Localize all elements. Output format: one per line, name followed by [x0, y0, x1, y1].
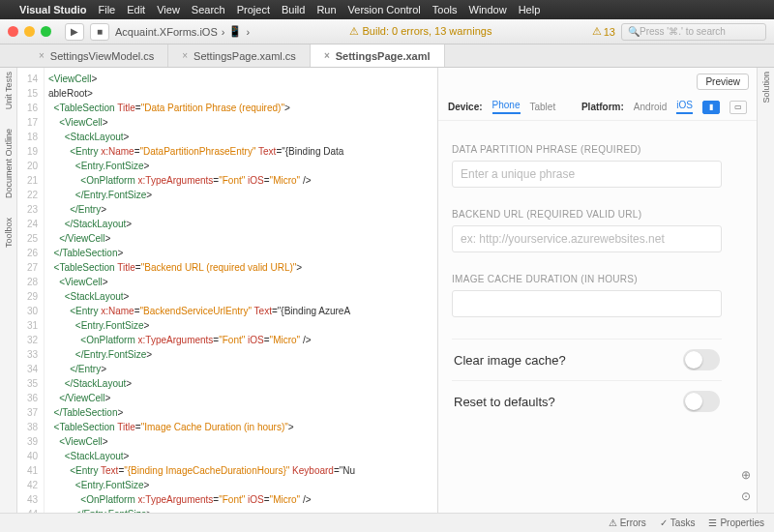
- search-input[interactable]: 🔍 Press '⌘.' to search: [621, 23, 766, 41]
- zoom-in-icon[interactable]: ⊕: [741, 468, 751, 482]
- workspace: Unit Tests Document Outline Toolbox 1415…: [0, 68, 774, 532]
- switch-label: Clear image cache?: [454, 353, 566, 368]
- traffic-lights: [8, 26, 51, 37]
- platform-android[interactable]: Android: [634, 102, 667, 112]
- close-icon[interactable]: ×: [39, 50, 45, 61]
- tab-settingspage-cs[interactable]: ×SettingsPage.xaml.cs: [168, 44, 311, 67]
- window-maximize-icon[interactable]: [41, 26, 51, 37]
- menu-window[interactable]: Window: [469, 4, 507, 15]
- orientation-landscape-icon[interactable]: ▭: [729, 101, 747, 114]
- menu-build[interactable]: Build: [282, 4, 305, 15]
- tab-strip: ×SettingsViewModel.cs ×SettingsPage.xaml…: [0, 44, 774, 68]
- tab-label: SettingsViewModel.cs: [50, 50, 154, 62]
- switch-label: Reset to defaults?: [454, 395, 555, 409]
- rail-solution[interactable]: Solution: [761, 72, 771, 103]
- status-errors[interactable]: ⚠ Errors: [609, 517, 646, 528]
- line-gutter: 1415161718192021222324252627282930313233…: [17, 68, 45, 532]
- tab-label: SettingsPage.xaml.cs: [194, 50, 296, 62]
- app-name[interactable]: Visual Studio: [19, 4, 86, 15]
- device-icon[interactable]: 📱: [228, 25, 242, 38]
- zoom-controls: ⊕ ⊙ ⊖: [735, 121, 757, 532]
- window-close-icon[interactable]: [8, 26, 18, 37]
- breadcrumb[interactable]: Acquaint.XForms.iOS › 📱 ›: [115, 25, 250, 38]
- placeholder-text: Enter a unique phrase: [461, 167, 575, 181]
- chevron-right-icon: ›: [246, 26, 250, 38]
- section-label: DATA PARTITION PHRASE (REQUIRED): [452, 144, 722, 155]
- close-icon[interactable]: ×: [324, 50, 330, 61]
- warning-badge[interactable]: ⚠13: [592, 25, 615, 38]
- designer-pane: Preview Device: Phone Tablet Platform: A…: [437, 68, 757, 532]
- menu-version-control[interactable]: Version Control: [348, 4, 421, 15]
- rail-unit-tests[interactable]: Unit Tests: [4, 72, 14, 109]
- status-tasks[interactable]: ✓ Tasks: [660, 517, 696, 528]
- toggle-switch[interactable]: [683, 391, 720, 412]
- cache-duration-input[interactable]: [452, 290, 722, 317]
- status-properties[interactable]: ☰ Properties: [708, 517, 764, 528]
- chevron-right-icon: ›: [222, 26, 225, 38]
- tab-settingspage-xaml[interactable]: ×SettingsPage.xaml: [311, 44, 445, 67]
- stop-button[interactable]: ■: [90, 23, 109, 41]
- left-tool-rail: Unit Tests Document Outline Toolbox: [0, 68, 17, 532]
- toggle-switch[interactable]: [683, 349, 720, 370]
- section-label: BACKEND URL (REQUIRED VALID URL): [452, 209, 722, 220]
- device-label: Device:: [448, 102, 483, 112]
- platform-label: Platform:: [581, 102, 624, 112]
- menu-help[interactable]: Help: [519, 4, 541, 15]
- toolbar: ▶ ■ Acquaint.XForms.iOS › 📱 › ⚠ Build: 0…: [0, 19, 774, 44]
- backend-url-input[interactable]: ex: http://yourservice.azurewebsites.net: [452, 225, 722, 252]
- menu-view[interactable]: View: [157, 4, 180, 15]
- tab-label: SettingsPage.xaml: [336, 50, 431, 62]
- menubar: Visual Studio File Edit View Search Proj…: [0, 0, 774, 19]
- orientation-portrait-icon[interactable]: ▮: [702, 101, 720, 114]
- right-tool-rail: Solution: [757, 68, 774, 532]
- code-editor[interactable]: 1415161718192021222324252627282930313233…: [17, 68, 437, 532]
- warning-count: 13: [604, 26, 615, 38]
- device-phone[interactable]: Phone: [492, 100, 521, 114]
- switch-clear-cache[interactable]: Clear image cache?: [452, 339, 722, 380]
- rail-document-outline[interactable]: Document Outline: [4, 129, 14, 198]
- window-minimize-icon[interactable]: [24, 26, 35, 37]
- code-area[interactable]: <ViewCell>ableRoot> <TableSection Title=…: [45, 68, 437, 532]
- preview-button[interactable]: Preview: [697, 74, 749, 90]
- status-bar: ⚠ Errors ✓ Tasks ☰ Properties: [0, 513, 774, 532]
- switch-reset-defaults[interactable]: Reset to defaults?: [452, 380, 722, 422]
- device-tablet[interactable]: Tablet: [530, 102, 556, 112]
- designer-toolbar: Device: Phone Tablet Platform: Android i…: [438, 96, 757, 121]
- close-icon[interactable]: ×: [182, 50, 188, 61]
- menu-tools[interactable]: Tools: [432, 4, 458, 15]
- placeholder-text: ex: http://yourservice.azurewebsites.net: [461, 232, 665, 246]
- menu-edit[interactable]: Edit: [127, 4, 145, 15]
- preview-surface: DATA PARTITION PHRASE (REQUIRED) Enter a…: [438, 121, 735, 532]
- run-button[interactable]: ▶: [65, 23, 84, 41]
- breadcrumb-item[interactable]: Acquaint.XForms.iOS: [115, 26, 218, 38]
- search-placeholder: Press '⌘.' to search: [640, 26, 726, 37]
- zoom-reset-icon[interactable]: ⊙: [741, 489, 751, 503]
- menu-project[interactable]: Project: [237, 4, 270, 15]
- partition-phrase-input[interactable]: Enter a unique phrase: [452, 161, 722, 188]
- section-label: IMAGE CACHE DURATION (IN HOURS): [452, 274, 722, 284]
- rail-toolbox[interactable]: Toolbox: [4, 218, 14, 248]
- tab-settingsviewmodel[interactable]: ×SettingsViewModel.cs: [25, 44, 168, 67]
- menu-run[interactable]: Run: [316, 4, 336, 15]
- build-status-text: Build: 0 errors, 13 warnings: [363, 25, 492, 37]
- menu-search[interactable]: Search: [192, 4, 225, 15]
- platform-ios[interactable]: iOS: [676, 100, 693, 114]
- build-status: ⚠ Build: 0 errors, 13 warnings: [255, 25, 586, 38]
- menu-file[interactable]: File: [98, 4, 115, 15]
